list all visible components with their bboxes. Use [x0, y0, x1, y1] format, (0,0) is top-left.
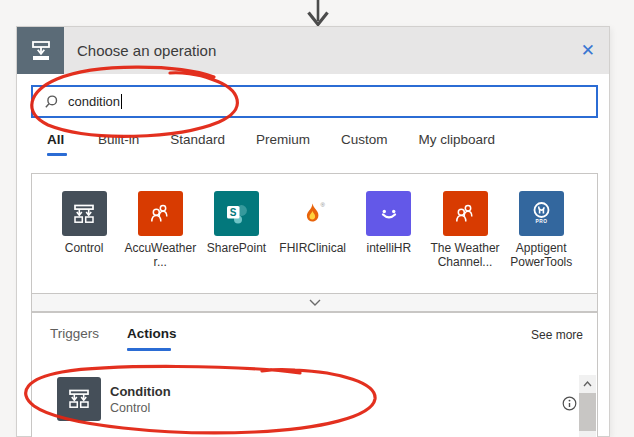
search-input[interactable]: condition [31, 85, 598, 118]
info-icon[interactable] [562, 396, 577, 415]
operation-tabs: Triggers Actions See more [32, 313, 597, 351]
result-title: Condition [110, 383, 171, 400]
chevron-down-icon [309, 299, 321, 306]
tab-custom[interactable]: Custom [341, 130, 388, 156]
connector-sharepoint[interactable]: S SharePoint [198, 191, 274, 293]
flow-designer-canvas: Choose an operation ✕ condition All Buil… [0, 0, 634, 437]
svg-text:PRO: PRO [535, 219, 547, 224]
chevron-up-icon [583, 381, 592, 387]
tab-all[interactable]: All [47, 130, 67, 156]
results-scrollbar[interactable] [579, 375, 596, 437]
tab-my-clipboard[interactable]: My clipboard [419, 130, 496, 156]
tab-triggers[interactable]: Triggers [50, 326, 99, 341]
scrollbar-thumb[interactable] [579, 393, 596, 431]
control-condition-icon [62, 191, 107, 236]
expand-connectors-bar[interactable] [31, 293, 598, 312]
connector-control[interactable]: Control [46, 191, 122, 293]
people-icon [443, 191, 488, 236]
powertools-pro-icon: PRO [519, 191, 564, 236]
result-subtitle: Control [110, 400, 171, 416]
connector-fhirclinical[interactable]: ® FHIRClinical [275, 191, 351, 293]
connector-panel: Control AccuWeather r... [31, 173, 598, 294]
connector-weather-channel[interactable]: The Weather Channel... [427, 191, 503, 293]
tab-built-in[interactable]: Built-in [98, 130, 139, 156]
choose-operation-dialog: Choose an operation ✕ condition All Buil… [16, 26, 610, 437]
connector-intellihr[interactable]: intelliHR [351, 191, 427, 293]
smiley-icon [366, 191, 411, 236]
svg-text:®: ® [320, 202, 325, 208]
selected-tab-underline [127, 348, 171, 351]
results-panel: Triggers Actions See more [31, 312, 598, 437]
search-icon [43, 94, 59, 110]
close-icon[interactable]: ✕ [581, 42, 595, 59]
dialog-header: Choose an operation ✕ [17, 27, 609, 74]
connector-accuweather[interactable]: AccuWeather r... [122, 191, 198, 293]
scroll-up-button[interactable] [579, 375, 596, 392]
control-icon [17, 27, 64, 74]
tab-premium[interactable]: Premium [256, 130, 310, 156]
control-condition-icon [57, 377, 101, 421]
dialog-title: Choose an operation [77, 42, 216, 59]
category-tabs: All Built-in Standard Premium Custom My … [47, 130, 495, 156]
result-condition-control[interactable]: Condition Control [57, 377, 171, 421]
connector-apptigent[interactable]: PRO Apptigent PowerTools [503, 191, 579, 293]
selected-tab-underline [47, 153, 67, 156]
see-more-link[interactable]: See more [531, 326, 583, 342]
sharepoint-icon: S [214, 191, 259, 236]
people-icon [138, 191, 183, 236]
search-value: condition [68, 94, 120, 109]
tab-standard[interactable]: Standard [170, 130, 225, 156]
tab-actions[interactable]: Actions [127, 326, 177, 351]
text-cursor [121, 94, 122, 109]
svg-text:S: S [230, 207, 237, 218]
flame-icon: ® [290, 191, 335, 236]
